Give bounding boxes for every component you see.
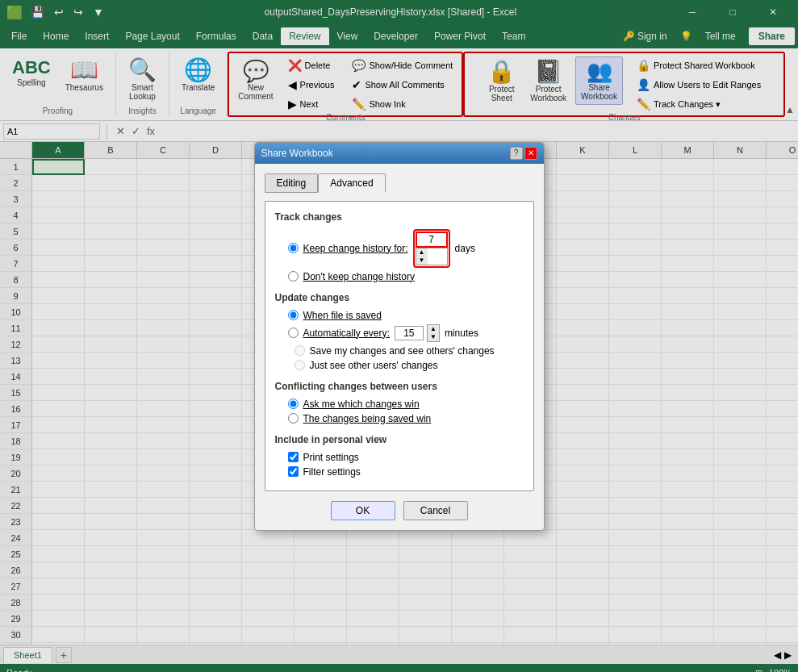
print-settings-label[interactable]: Print settings [303,452,359,463]
filter-settings-label[interactable]: Filter settings [303,466,361,478]
when-saved-radio[interactable] [288,310,299,320]
save-see-radio[interactable] [295,345,305,356]
auto-minutes-spinner: ▲ ▼ [395,324,440,342]
share-workbook-dialog: Share Workbook ? ✕ Editing Advanced Trac… [254,142,545,531]
dialog-body: Editing Advanced Track changes Keep chan… [255,164,544,530]
keep-history-label[interactable]: Keep change history for: [303,243,408,254]
dialog-tabs: Editing Advanced [265,173,534,193]
auto-update-row: Automatically every: ▲ ▼ minutes [275,324,524,342]
dialog-overlay: Share Workbook ? ✕ Editing Advanced Trac… [0,0,798,672]
conflicting-changes-label: Conflicting changes between users [275,381,524,392]
auto-spinner-buttons: ▲ ▼ [427,324,440,342]
auto-update-label[interactable]: Automatically every: [303,328,390,339]
when-saved-row: When file is saved [275,310,524,321]
dialog-content: Track changes Keep change history for: ▲… [265,201,534,491]
being-saved-label[interactable]: The changes being saved win [303,413,432,424]
print-settings-row: Print settings [275,452,524,463]
auto-minutes-input[interactable] [395,326,424,340]
spinner-buttons: ▲ ▼ [416,248,448,265]
filter-settings-row: Filter settings [275,466,524,478]
keep-history-text: Keep change history for: [303,243,408,254]
being-saved-radio[interactable] [288,413,299,424]
tab-advanced[interactable]: Advanced [318,173,385,193]
print-settings-checkbox[interactable] [288,452,299,462]
being-saved-text: The changes being saved win [303,413,432,424]
track-changes-section-label: Track changes [275,211,524,223]
dialog-ok-button[interactable]: OK [331,501,395,520]
dialog-help-button[interactable]: ? [510,147,523,160]
dont-keep-radio[interactable] [288,271,299,282]
dont-keep-history-row: Don't keep change history [275,271,524,282]
dont-keep-label[interactable]: Don't keep change history [303,271,415,282]
auto-update-radio[interactable] [288,328,299,338]
dialog-window-controls: ? ✕ [510,147,537,160]
spinner-down-button[interactable]: ▼ [416,257,428,265]
just-see-label[interactable]: Just see other users' changes [310,360,438,371]
dialog-close-button[interactable]: ✕ [524,147,537,160]
filter-settings-checkbox[interactable] [288,466,299,477]
ask-me-radio[interactable] [288,399,299,409]
keep-history-spinner: ▲ ▼ [413,229,450,268]
tab-editing[interactable]: Editing [265,173,319,193]
personal-view-label: Include in personal view [275,434,524,445]
save-see-label[interactable]: Save my changes and see others' changes [310,345,495,357]
dialog-title: Share Workbook [261,148,333,159]
just-see-text: Just see other users' changes [310,360,438,371]
when-saved-text: When file is saved [303,310,382,321]
when-saved-label[interactable]: When file is saved [303,310,382,321]
just-see-radio[interactable] [295,360,305,370]
days-unit-label: days [455,243,475,254]
filter-settings-text: Filter settings [303,466,361,478]
auto-spinner-down[interactable]: ▼ [428,333,439,341]
dialog-footer: OK Cancel [265,501,534,520]
print-settings-text: Print settings [303,452,359,463]
auto-spinner-up[interactable]: ▲ [428,325,439,333]
keep-history-radio[interactable] [288,243,299,253]
save-and-see-row: Save my changes and see others' changes [275,345,524,357]
dialog-cancel-button[interactable]: Cancel [403,501,468,520]
dialog-titlebar: Share Workbook ? ✕ [255,143,544,164]
auto-update-text: Automatically every: [303,328,390,339]
being-saved-row: The changes being saved win [275,413,524,424]
keep-history-input[interactable] [416,232,448,248]
ask-me-text: Ask me which changes win [303,399,420,410]
dont-keep-text: Don't keep change history [303,271,415,282]
spinner-up-button[interactable]: ▲ [416,248,428,257]
ask-me-label[interactable]: Ask me which changes win [303,399,420,410]
minutes-unit-label: minutes [445,328,478,339]
ask-me-row: Ask me which changes win [275,399,524,410]
save-see-text: Save my changes and see others' changes [310,345,495,357]
just-see-row: Just see other users' changes [275,360,524,371]
keep-history-row: Keep change history for: ▲ ▼ days [275,229,524,268]
update-changes-label: Update changes [275,292,524,303]
